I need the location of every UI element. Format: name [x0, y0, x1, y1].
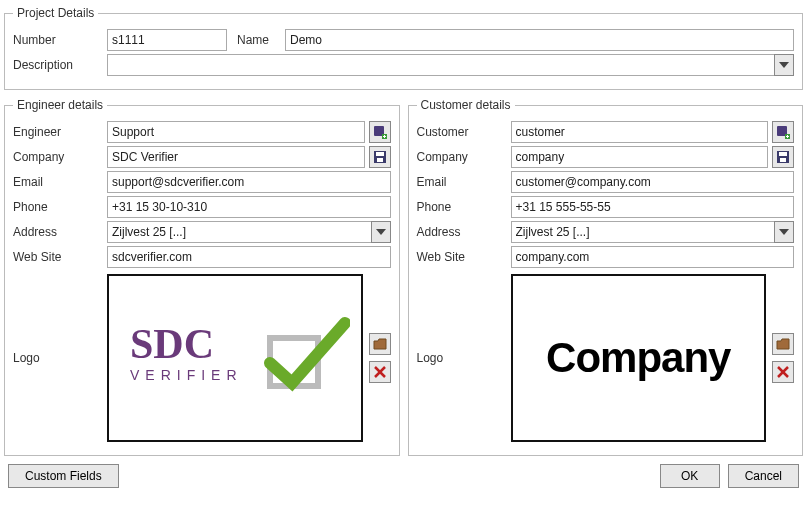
engineer-new-button[interactable]: [369, 121, 391, 143]
engineer-email-input[interactable]: [107, 171, 391, 193]
customer-website-input[interactable]: [511, 246, 795, 268]
description-combo: [107, 54, 794, 76]
svg-rect-17: [786, 136, 789, 137]
engineer-address-combo: [107, 221, 391, 243]
engineer-address-dropdown-button[interactable]: [371, 221, 391, 243]
customer-logo-preview: Company: [511, 274, 767, 442]
project-details-group: Project Details Number Name Description: [4, 6, 803, 90]
customer-logo-remove-button[interactable]: [772, 361, 794, 383]
customer-new-button[interactable]: [772, 121, 794, 143]
engineer-address-label: Address: [13, 225, 107, 239]
customer-address-dropdown-button[interactable]: [774, 221, 794, 243]
engineer-logo-label: Logo: [13, 351, 107, 365]
customer-logo-browse-button[interactable]: [772, 333, 794, 355]
svg-marker-8: [376, 229, 386, 235]
user-plus-icon: [373, 125, 387, 139]
custom-fields-button[interactable]: Custom Fields: [8, 464, 119, 488]
chevron-down-icon: [779, 62, 789, 68]
customer-address-input[interactable]: [511, 221, 775, 243]
engineer-logo-browse-button[interactable]: [369, 333, 391, 355]
description-input[interactable]: [107, 54, 774, 76]
customer-details-group: Customer details Customer Company: [408, 98, 804, 456]
folder-icon: [776, 338, 790, 350]
save-icon: [373, 150, 387, 164]
customer-address-label: Address: [417, 225, 511, 239]
name-label: Name: [237, 33, 285, 47]
description-label: Description: [13, 58, 107, 72]
cancel-button[interactable]: Cancel: [728, 464, 799, 488]
footer-bar: Custom Fields OK Cancel: [4, 462, 803, 492]
engineer-website-label: Web Site: [13, 250, 107, 264]
user-plus-icon: [776, 125, 790, 139]
customer-email-input[interactable]: [511, 171, 795, 193]
sdc-verifier-logo-icon: SDC VERIFIER: [120, 308, 350, 408]
company-logo-text: Company: [546, 334, 730, 382]
customer-company-save-button[interactable]: [772, 146, 794, 168]
engineer-phone-input[interactable]: [107, 196, 391, 218]
chevron-down-icon: [779, 229, 789, 235]
engineer-details-group: Engineer details Engineer Company: [4, 98, 400, 456]
svg-rect-20: [780, 158, 786, 162]
svg-marker-21: [779, 229, 789, 235]
svg-rect-7: [377, 158, 383, 162]
svg-marker-0: [779, 62, 789, 68]
svg-rect-19: [779, 152, 787, 156]
delete-icon: [374, 366, 386, 378]
svg-rect-4: [383, 136, 386, 137]
engineer-details-legend: Engineer details: [13, 98, 107, 112]
customer-phone-input[interactable]: [511, 196, 795, 218]
customer-phone-label: Phone: [417, 200, 511, 214]
engineer-address-input[interactable]: [107, 221, 371, 243]
number-input[interactable]: [107, 29, 227, 51]
customer-company-input[interactable]: [511, 146, 769, 168]
customer-company-label: Company: [417, 150, 511, 164]
customer-details-legend: Customer details: [417, 98, 515, 112]
svg-rect-6: [376, 152, 384, 156]
number-label: Number: [13, 33, 107, 47]
customer-email-label: Email: [417, 175, 511, 189]
engineer-logo-preview: SDC VERIFIER: [107, 274, 363, 442]
delete-icon: [777, 366, 789, 378]
engineer-label: Engineer: [13, 125, 107, 139]
ok-button[interactable]: OK: [660, 464, 720, 488]
svg-text:VERIFIER: VERIFIER: [130, 367, 243, 383]
svg-text:SDC: SDC: [130, 321, 214, 367]
engineer-email-label: Email: [13, 175, 107, 189]
engineer-company-save-button[interactable]: [369, 146, 391, 168]
customer-logo-label: Logo: [417, 351, 511, 365]
save-icon: [776, 150, 790, 164]
engineer-company-input[interactable]: [107, 146, 365, 168]
project-details-legend: Project Details: [13, 6, 98, 20]
engineer-input[interactable]: [107, 121, 365, 143]
customer-label: Customer: [417, 125, 511, 139]
folder-icon: [373, 338, 387, 350]
engineer-company-label: Company: [13, 150, 107, 164]
engineer-logo-remove-button[interactable]: [369, 361, 391, 383]
engineer-website-input[interactable]: [107, 246, 391, 268]
customer-address-combo: [511, 221, 795, 243]
chevron-down-icon: [376, 229, 386, 235]
description-dropdown-button[interactable]: [774, 54, 794, 76]
customer-input[interactable]: [511, 121, 769, 143]
engineer-phone-label: Phone: [13, 200, 107, 214]
customer-website-label: Web Site: [417, 250, 511, 264]
name-input[interactable]: [285, 29, 794, 51]
